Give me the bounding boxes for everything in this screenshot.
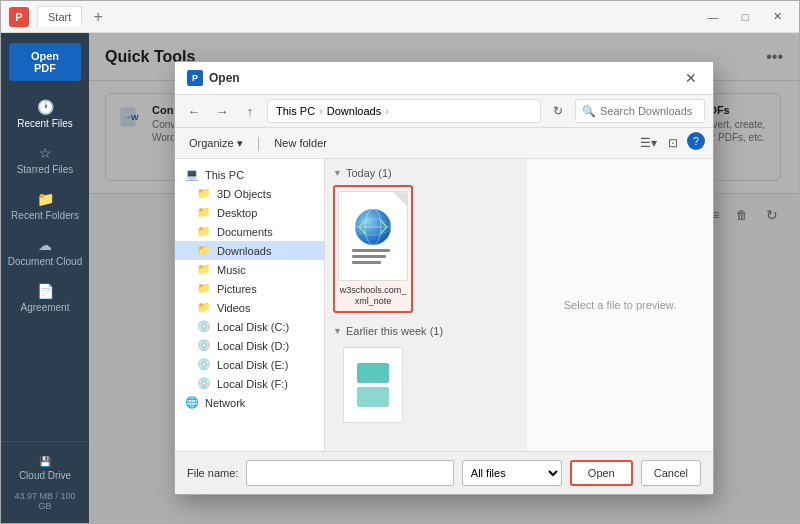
svg-line-24 bbox=[359, 221, 365, 227]
up-button[interactable]: ↑ bbox=[239, 100, 261, 122]
tree-item-local-e[interactable]: 💿 Local Disk (E:) bbox=[175, 355, 324, 374]
desktop-label: Desktop bbox=[217, 207, 257, 219]
today-files: w3schools.com_xml_note bbox=[333, 185, 519, 313]
desktop-icon: 📁 bbox=[197, 206, 211, 219]
dialog-body: 💻 This PC 📁 3D Objects 📁 Desktop bbox=[175, 159, 713, 452]
forward-button[interactable]: → bbox=[211, 100, 233, 122]
tree-item-network[interactable]: 🌐 Network bbox=[175, 393, 324, 412]
network-icon: 🌐 bbox=[185, 396, 199, 409]
music-label: Music bbox=[217, 264, 246, 276]
section-earlier-label: Earlier this week (1) bbox=[333, 325, 519, 337]
main-content: Open PDF 🕐 Recent Files ☆ Starred Files … bbox=[1, 33, 799, 523]
documents-label: Documents bbox=[217, 226, 273, 238]
window-controls: — □ ✕ bbox=[699, 7, 791, 27]
file-thumb-fold bbox=[393, 192, 407, 206]
teal-doc-content bbox=[344, 348, 402, 422]
open-button[interactable]: Open bbox=[570, 460, 633, 486]
preview-toggle-button[interactable]: ⊡ bbox=[662, 132, 684, 154]
breadcrumb-downloads: Downloads bbox=[327, 105, 381, 117]
local-d-label: Local Disk (D:) bbox=[217, 340, 289, 352]
view-menu-button[interactable]: ☰▾ bbox=[637, 132, 659, 154]
this-pc-icon: 💻 bbox=[185, 168, 199, 181]
open-pdf-button[interactable]: Open PDF bbox=[9, 43, 81, 81]
maximize-button[interactable]: □ bbox=[731, 7, 759, 27]
music-icon: 📁 bbox=[197, 263, 211, 276]
breadcrumb-sep-2: › bbox=[385, 105, 389, 117]
tree-item-music[interactable]: 📁 Music bbox=[175, 260, 324, 279]
close-button[interactable]: ✕ bbox=[763, 7, 791, 27]
tree-item-pictures[interactable]: 📁 Pictures bbox=[175, 279, 324, 298]
section-today-label: Today (1) bbox=[333, 167, 519, 179]
pictures-label: Pictures bbox=[217, 283, 257, 295]
app-tab[interactable]: Start bbox=[37, 6, 82, 27]
new-folder-button[interactable]: New folder bbox=[268, 135, 333, 151]
tree-item-videos[interactable]: 📁 Videos bbox=[175, 298, 324, 317]
sidebar-item-agreement-label: Agreement bbox=[21, 302, 70, 313]
sidebar-item-recent-files[interactable]: 🕐 Recent Files bbox=[1, 91, 89, 137]
app-icon: P bbox=[9, 7, 29, 27]
tree-item-desktop[interactable]: 📁 Desktop bbox=[175, 203, 324, 222]
cloud-drive-label: Cloud Drive bbox=[19, 470, 71, 481]
file-item-xml-note[interactable]: w3schools.com_xml_note bbox=[333, 185, 413, 313]
dialog-title-bar: P Open ✕ bbox=[175, 62, 713, 95]
file-name-xml-note: w3schools.com_xml_note bbox=[339, 285, 407, 307]
refresh-location-button[interactable]: ↻ bbox=[547, 100, 569, 122]
documents-icon: 📁 bbox=[197, 225, 211, 238]
sidebar: Open PDF 🕐 Recent Files ☆ Starred Files … bbox=[1, 33, 89, 523]
breadcrumb-sep-1: › bbox=[319, 105, 323, 117]
breadcrumb[interactable]: This PC › Downloads › bbox=[267, 99, 541, 123]
tree-item-this-pc[interactable]: 💻 This PC bbox=[175, 165, 324, 184]
document-cloud-icon: ☁ bbox=[38, 237, 52, 253]
right-panel: Quick Tools ••• →W Convert PDF Convert P… bbox=[89, 33, 799, 523]
recent-files-icon: 🕐 bbox=[37, 99, 54, 115]
tree-item-local-c[interactable]: 💿 Local Disk (C:) bbox=[175, 317, 324, 336]
local-e-icon: 💿 bbox=[197, 358, 211, 371]
sidebar-item-cloud-drive[interactable]: 💾 Cloud Drive bbox=[5, 450, 85, 487]
dialog-title: P Open bbox=[187, 70, 240, 86]
earlier-files bbox=[333, 343, 519, 431]
help-button[interactable]: ? bbox=[687, 132, 705, 150]
file-content-area: Today (1) bbox=[325, 159, 713, 451]
sidebar-item-agreement[interactable]: 📄 Agreement bbox=[1, 275, 89, 321]
tree-item-downloads[interactable]: 📁 Downloads bbox=[175, 241, 324, 260]
starred-files-icon: ☆ bbox=[39, 145, 52, 161]
sidebar-item-document-cloud-label: Document Cloud bbox=[8, 256, 82, 267]
svg-line-26 bbox=[381, 221, 387, 227]
this-pc-label: This PC bbox=[205, 169, 244, 181]
dialog-toolbar: Organize ▾ | New folder ☰▾ ⊡ ? bbox=[175, 128, 713, 159]
local-c-icon: 💿 bbox=[197, 320, 211, 333]
storage-info: 43.97 MB / 100 GB bbox=[5, 487, 85, 515]
minimize-button[interactable]: — bbox=[699, 7, 727, 27]
cloud-drive-icon: 💾 bbox=[39, 456, 51, 467]
preview-text: Select a file to preview. bbox=[564, 299, 677, 311]
3d-objects-icon: 📁 bbox=[197, 187, 211, 200]
downloads-label: Downloads bbox=[217, 245, 271, 257]
tree-item-documents[interactable]: 📁 Documents bbox=[175, 222, 324, 241]
add-tab-button[interactable]: + bbox=[86, 5, 110, 29]
sidebar-item-document-cloud[interactable]: ☁ Document Cloud bbox=[1, 229, 89, 275]
sidebar-nav: 🕐 Recent Files ☆ Starred Files 📁 Recent … bbox=[1, 91, 89, 441]
filename-label: File name: bbox=[187, 467, 238, 479]
breadcrumb-this-pc: This PC bbox=[276, 105, 315, 117]
local-c-label: Local Disk (C:) bbox=[217, 321, 289, 333]
dialog-close-button[interactable]: ✕ bbox=[681, 68, 701, 88]
sidebar-item-recent-folders[interactable]: 📁 Recent Folders bbox=[1, 183, 89, 229]
dialog-footer: File name: All files Open Cancel bbox=[175, 452, 713, 494]
view-controls: ☰▾ ⊡ ? bbox=[637, 132, 705, 154]
filetype-select[interactable]: All files bbox=[462, 460, 562, 486]
network-label: Network bbox=[205, 397, 245, 409]
sidebar-item-starred-files[interactable]: ☆ Starred Files bbox=[1, 137, 89, 183]
tree-item-3d-objects[interactable]: 📁 3D Objects bbox=[175, 184, 324, 203]
cancel-button[interactable]: Cancel bbox=[641, 460, 701, 486]
agreement-icon: 📄 bbox=[37, 283, 54, 299]
videos-icon: 📁 bbox=[197, 301, 211, 314]
organize-button[interactable]: Organize ▾ bbox=[183, 135, 249, 152]
filename-input[interactable] bbox=[246, 460, 453, 486]
search-dialog-input[interactable] bbox=[600, 105, 700, 117]
back-button[interactable]: ← bbox=[183, 100, 205, 122]
tree-item-local-d[interactable]: 💿 Local Disk (D:) bbox=[175, 336, 324, 355]
open-dialog: P Open ✕ ← → ↑ This PC › Downloads bbox=[174, 61, 714, 495]
tree-item-local-f[interactable]: 💿 Local Disk (F:) bbox=[175, 374, 324, 393]
file-content-lines bbox=[348, 249, 398, 264]
file-item-teal-doc[interactable] bbox=[333, 343, 413, 431]
